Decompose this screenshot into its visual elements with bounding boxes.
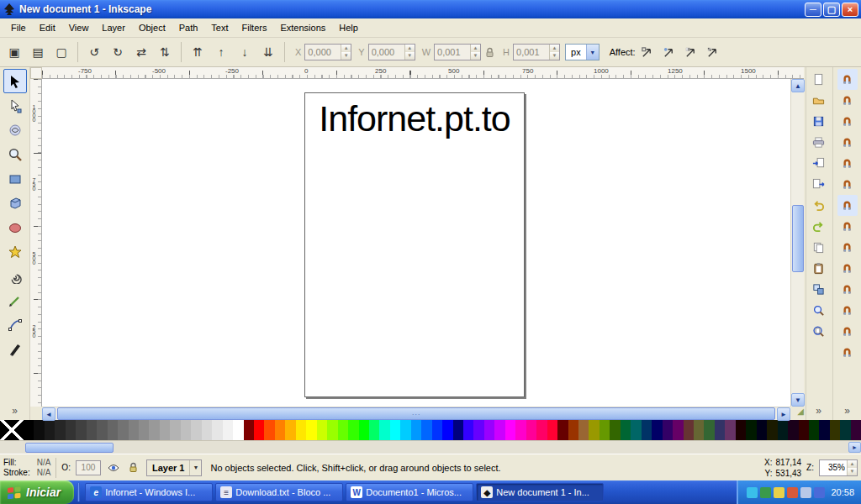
palette-swatch[interactable]	[275, 420, 285, 440]
flip-vertical-button[interactable]: ⇅	[154, 41, 176, 63]
palette-scroll-right-arrow[interactable]: ►	[848, 442, 861, 453]
palette-swatch[interactable]	[432, 420, 442, 440]
rotate-ccw-button[interactable]: ↺	[83, 41, 105, 63]
open-document-button[interactable]	[809, 90, 829, 111]
palette-swatch[interactable]	[244, 420, 254, 440]
tray-updates-icon[interactable]	[774, 487, 784, 498]
palette-swatch[interactable]	[233, 420, 243, 440]
x-input[interactable]	[305, 45, 341, 60]
palette-swatch[interactable]	[473, 420, 483, 440]
snap-bbox-centers-button[interactable]	[837, 174, 858, 195]
menu-edit[interactable]: Edit	[34, 20, 61, 35]
taskbar-item-inkscape[interactable]: ◆ New document 1 - In...	[476, 483, 604, 501]
select-all-button[interactable]: ▣	[3, 41, 25, 63]
new-document-button[interactable]	[809, 69, 829, 90]
palette-swatch[interactable]	[327, 420, 337, 440]
menu-layer[interactable]: Layer	[96, 20, 131, 35]
vertical-scroll-thumb[interactable]	[792, 205, 804, 272]
palette-swatch[interactable]	[181, 420, 191, 440]
import-button[interactable]	[809, 153, 829, 174]
document-page[interactable]: Infornet.pt.to	[304, 92, 525, 397]
affect-patterns-toggle[interactable]	[703, 42, 723, 62]
snap-bbox-edges-button[interactable]	[837, 111, 858, 132]
palette-swatch[interactable]	[191, 420, 201, 440]
units-dropdown[interactable]: px ▼	[565, 44, 600, 60]
palette-swatch[interactable]	[642, 420, 652, 440]
star-tool-button[interactable]	[3, 239, 27, 264]
menu-text[interactable]: Text	[205, 20, 234, 35]
calligraphy-tool-button[interactable]	[3, 337, 27, 361]
layer-lock-toggle[interactable]	[126, 460, 141, 475]
palette-swatch[interactable]	[715, 420, 725, 440]
pen-tool-button[interactable]	[3, 312, 27, 337]
palette-swatch[interactable]	[778, 420, 788, 440]
h-input[interactable]	[514, 45, 549, 60]
palette-swatch[interactable]	[725, 420, 735, 440]
scroll-down-arrow[interactable]: ▼	[791, 393, 805, 407]
palette-swatch[interactable]	[306, 420, 316, 440]
snap-cusp-nodes-button[interactable]	[837, 258, 858, 279]
palette-swatch[interactable]	[453, 420, 463, 440]
zoom-field[interactable]: ▲▼	[819, 459, 858, 476]
taskbar-item-word[interactable]: W Documento1 - Micros...	[346, 483, 473, 501]
spiral-tool-button[interactable]	[3, 264, 27, 288]
menu-extensions[interactable]: Extensions	[274, 20, 331, 35]
palette-swatch[interactable]	[411, 420, 421, 440]
palette-scroll-thumb[interactable]	[25, 443, 114, 453]
palette-swatch[interactable]	[379, 420, 389, 440]
w-field[interactable]: ▲▼	[434, 44, 481, 60]
palette-swatch[interactable]	[663, 420, 673, 440]
snap-page-border-button[interactable]	[837, 342, 858, 363]
layer-visibility-toggle[interactable]	[106, 460, 121, 475]
snap-paths-button[interactable]	[837, 216, 858, 237]
palette-swatch[interactable]	[652, 420, 662, 440]
tray-volume-icon[interactable]	[800, 487, 811, 498]
w-spinner[interactable]: ▲▼	[470, 45, 480, 60]
x-spinner[interactable]: ▲▼	[341, 45, 351, 60]
palette-swatch[interactable]	[840, 420, 850, 440]
zoom-input[interactable]	[820, 460, 847, 475]
palette-swatch[interactable]	[589, 420, 599, 440]
maximize-button[interactable]: ▢	[823, 3, 840, 17]
snap-bbox-midpoints-button[interactable]	[837, 153, 858, 174]
palette-swatch[interactable]	[694, 420, 704, 440]
palette-swatch[interactable]	[673, 420, 683, 440]
palette-swatch[interactable]	[348, 420, 358, 440]
menu-file[interactable]: File	[5, 20, 32, 35]
lower-button[interactable]: ↓	[234, 41, 256, 63]
snap-bbox-corners-button[interactable]	[837, 132, 858, 153]
palette-swatch[interactable]	[557, 420, 568, 440]
palette-swatch[interactable]	[600, 420, 610, 440]
affect-corners-toggle[interactable]	[659, 42, 679, 62]
close-button[interactable]: ×	[842, 3, 858, 17]
snap-smooth-nodes-button[interactable]	[837, 279, 858, 300]
menu-view[interactable]: View	[63, 20, 95, 35]
palette-swatch[interactable]	[400, 420, 410, 440]
palette-swatch[interactable]	[536, 420, 547, 440]
palette-swatch[interactable]	[809, 420, 819, 440]
palette-swatch[interactable]	[819, 420, 829, 440]
toolbox-overflow-chevron[interactable]: »	[12, 405, 18, 417]
start-button[interactable]: Iniciar	[0, 480, 74, 504]
palette-swatch[interactable]	[139, 420, 149, 440]
canvas-text-object[interactable]: Infornet.pt.to	[305, 98, 524, 139]
menu-filters[interactable]: Filters	[236, 20, 273, 35]
scroll-up-arrow[interactable]: ▲	[791, 79, 805, 92]
selector-tool-button[interactable]	[3, 69, 27, 93]
menu-help[interactable]: Help	[333, 20, 364, 35]
zoom-tool-button[interactable]	[3, 142, 27, 166]
palette-swatch[interactable]	[285, 420, 295, 440]
tray-messenger-icon[interactable]	[787, 487, 798, 498]
taskbar-item-internet-explorer[interactable]: e Infornet - Windows I...	[85, 483, 213, 501]
deselect-button[interactable]: ▢	[50, 41, 72, 63]
palette-swatch[interactable]	[45, 420, 55, 440]
palette-swatch[interactable]	[129, 420, 139, 440]
palette-swatch[interactable]	[684, 420, 694, 440]
palette-swatch[interactable]	[736, 420, 746, 440]
menu-path[interactable]: Path	[173, 20, 204, 35]
affect-stroke-toggle[interactable]	[637, 42, 658, 62]
pencil-tool-button[interactable]	[3, 288, 27, 312]
palette-swatch[interactable]	[212, 420, 222, 440]
raise-button[interactable]: ↑	[210, 41, 232, 63]
menu-object[interactable]: Object	[133, 20, 172, 35]
